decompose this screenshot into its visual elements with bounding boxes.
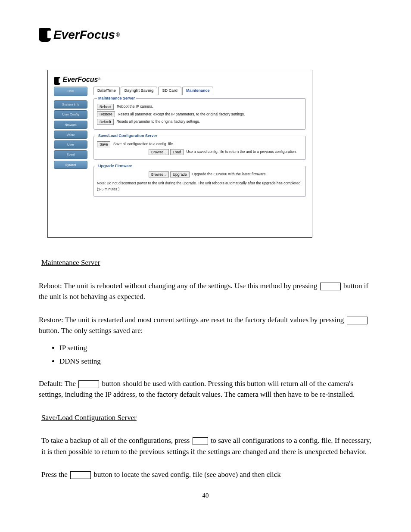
reboot-desc: Reboot the IP camera. [117,104,153,109]
default-blank [78,380,99,388]
saveload-legend: Save/Load Configuration Server [97,133,159,139]
page-header: EverFocus® [39,26,372,44]
load-button[interactable]: Load [170,149,184,155]
sidebar-item-user-config[interactable]: User Config [54,110,87,118]
everfocus-logo-icon [39,28,51,42]
sidebar-item-system[interactable]: System [54,161,87,169]
restore-desc: Resets all parameter, except the IP para… [118,112,245,116]
restore-paragraph: Restore: The unit is restarted and most … [39,314,372,336]
tab-sd-card[interactable]: SD Card [158,87,181,95]
upgrade-desc: Upgrade the EDN800 with the latest firmw… [192,172,267,176]
upgrade-fieldset: Upgrade Firmware Browse... Upgrade Upgra… [93,163,306,197]
upgrade-legend: Upgrade Firmware [97,163,134,169]
browse-blank [70,471,91,479]
saveload-paragraph: To take a backup of all of the configura… [41,435,372,457]
content-area: Date/Time Daylight Saving SD Card Mainte… [93,87,306,200]
sidebar: Live System Info User Config Network Vid… [54,87,87,200]
tab-maintenance[interactable]: Maintenance [182,87,214,95]
save-button[interactable]: Save [97,141,110,147]
sidebar-item-system-info[interactable]: System Info [54,100,87,109]
tab-date-time[interactable]: Date/Time [93,87,120,95]
reboot-blank [320,283,341,290]
tabs: Date/Time Daylight Saving SD Card Mainte… [93,87,306,95]
brand-text: EverFocus [53,26,115,44]
sidebar-item-network[interactable]: Network [54,121,87,129]
save-desc: Save all configuration to a config. file… [113,142,174,146]
maintenance-legend: Maintenance Server [97,96,136,102]
registered-mark: ® [116,31,120,39]
browse-button[interactable]: Browse... [149,149,169,155]
heading-saveload: Save/Load Configuration Server [41,412,372,423]
tab-daylight-saving[interactable]: Daylight Saving [121,87,158,95]
upgrade-browse-button[interactable]: Browse... [149,171,169,177]
default-paragraph: Default: The button should be used with … [39,378,372,400]
load-desc: Use a saved config. file to return the u… [186,149,297,154]
saveload-fieldset: Save/Load Configuration Server Save Save… [93,133,306,160]
sidebar-item-user[interactable]: User [54,140,87,149]
sidebar-item-event[interactable]: Event [54,150,87,159]
restore-blank [347,317,367,324]
config-screenshot: EverFocus® Live System Info User Config … [47,70,312,238]
save-blank [193,437,208,445]
upgrade-button[interactable]: Upgrade [170,171,190,177]
sidebar-item-video[interactable]: Video [54,131,87,139]
upgrade-note: Note: Do not disconnect power to the uni… [97,181,302,191]
heading-maintenance: Maintenance Server [41,257,372,268]
reboot-button[interactable]: Reboot [97,104,114,110]
restore-button[interactable]: Restore [97,111,115,117]
bullet-ip: IP setting [59,342,372,354]
settings-saved-list: IP setting DDNS setting [39,342,372,367]
default-button[interactable]: Default [97,119,114,125]
page-number: 40 [39,491,372,501]
reboot-paragraph: Reboot: The unit is rebooted without cha… [39,280,372,302]
default-desc: Resets all parameter to the original fac… [116,119,200,124]
bullet-ddns: DDNS setting [59,356,372,367]
sidebar-live[interactable]: Live [54,87,87,96]
press-paragraph: Press the button to locate the saved con… [41,469,372,480]
panel-logo: EverFocus® [48,70,312,87]
maintenance-server-fieldset: Maintenance Server Reboot Reboot the IP … [93,96,306,130]
